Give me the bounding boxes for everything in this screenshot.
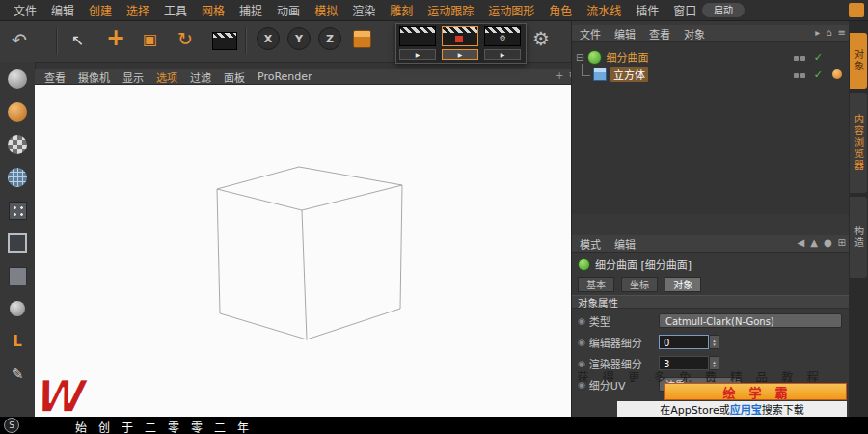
object-manager-menu-item[interactable]: 查看 [649, 26, 670, 41]
workplane-mode-icon[interactable] [4, 164, 31, 191]
menubar-item[interactable]: 选择 [126, 2, 149, 18]
interface-icon[interactable] [849, 3, 864, 17]
object-label[interactable]: 立方体 [610, 67, 648, 82]
attribute-tab[interactable]: 基本 [578, 277, 614, 292]
render-picture-viewer-icon[interactable] [442, 26, 478, 46]
viewport-menu-item[interactable]: ProRender [258, 70, 312, 83]
flyout-option-3[interactable]: ▶ [484, 49, 521, 60]
texture-mode-icon[interactable] [4, 131, 31, 158]
menubar-item[interactable]: 网格 [202, 2, 225, 18]
menubar-item[interactable]: 流水线 [586, 2, 621, 18]
menubar-item[interactable]: 雕刻 [390, 2, 413, 18]
spline-pen-icon[interactable]: ✎ [4, 361, 31, 388]
axis-lock-button[interactable]: Z [318, 27, 341, 50]
spinner[interactable]: ▴ ▾ [709, 335, 719, 349]
table-row[interactable]: ⊟ 细分曲面 ✓ [572, 48, 850, 66]
attribute-menu-item[interactable]: 模式 [580, 236, 601, 252]
render-settings-icon[interactable]: ⚙ [484, 26, 521, 46]
flyout-option-1[interactable]: ▶ [399, 49, 436, 60]
enabled-check-icon[interactable]: ✓ [814, 51, 823, 64]
up-icon[interactable]: ▲ [810, 237, 818, 248]
section-header[interactable]: 对象属性 [572, 295, 850, 309]
points-mode-icon[interactable] [4, 197, 31, 224]
make-editable-icon[interactable] [4, 66, 31, 93]
viewport-menu-item[interactable]: 显示 [122, 69, 144, 85]
viewport-menu-item[interactable]: 面板 [224, 69, 245, 85]
attribute-title-row: 细分曲面 [细分曲面] [578, 257, 692, 272]
render-view-icon[interactable] [399, 26, 436, 46]
breadcrumb-arrow-icon[interactable]: ▸ [815, 27, 820, 38]
type-dropdown[interactable]: Catmull-Clark(N-Gons) [659, 313, 842, 328]
menu-icon[interactable]: ≡ [838, 27, 846, 38]
model-mode-icon[interactable] [4, 98, 31, 125]
tree-connector [582, 64, 590, 76]
attribute-tab[interactable]: 对象 [665, 277, 701, 292]
attribute-manager-icons: ◀ ▲ ● ⊞ [797, 237, 846, 248]
object-label[interactable]: 细分曲面 [606, 49, 648, 65]
home-icon[interactable]: ⌂ [826, 27, 831, 38]
phong-tag-icon[interactable] [832, 69, 842, 79]
visibility-dots[interactable] [792, 51, 805, 64]
menubar-item[interactable]: 角色 [549, 2, 572, 18]
edges-mode-icon[interactable] [4, 230, 31, 257]
viewport-menu-item[interactable]: 摄像机 [78, 69, 110, 85]
menubar-item[interactable]: 渲染 [352, 2, 375, 18]
grid-icon[interactable]: ⊞ [838, 237, 846, 248]
viewport-menu-item[interactable]: 选项 [156, 69, 177, 85]
menubar-item[interactable]: 窗口 [673, 2, 696, 18]
radio-icon: ◉ [578, 338, 585, 347]
object-manager-menu-item[interactable]: 编辑 [614, 26, 636, 41]
layout-selector[interactable]: 启动 [702, 3, 745, 17]
spin-down-icon[interactable]: ▾ [713, 364, 716, 367]
menubar-item[interactable]: 文件 [14, 2, 37, 18]
table-row[interactable]: 立方体 ✓ [572, 66, 850, 83]
menubar-item[interactable]: 模拟 [314, 2, 338, 18]
clapperboard-icon [213, 33, 236, 38]
menubar-item[interactable]: 工具 [164, 2, 187, 18]
menubar-item[interactable]: 创建 [89, 2, 112, 18]
object-manager-menu-item[interactable]: 对象 [684, 26, 705, 41]
radio-icon: ◉ [578, 359, 585, 368]
axis-mode-icon[interactable]: L [4, 328, 31, 355]
lock-icon[interactable]: ● [824, 237, 832, 248]
spin-down-icon[interactable]: ▾ [713, 342, 716, 346]
menubar-item[interactable]: 插件 [636, 2, 659, 18]
render-settings-gear-icon[interactable]: ⚙ [532, 29, 550, 48]
attribute-tab[interactable]: 坐标 [621, 277, 658, 292]
viewport-menu-item[interactable]: 过滤 [190, 69, 211, 85]
tweak-mode-icon[interactable] [4, 295, 31, 322]
object-manager-menu-item[interactable]: 文件 [580, 26, 601, 41]
undo-icon[interactable]: ↶ [12, 31, 27, 49]
s-badge-icon[interactable]: S [4, 418, 19, 433]
axis-lock-button[interactable]: X [257, 27, 280, 50]
back-icon[interactable]: ◀ [797, 237, 804, 248]
enabled-check-icon[interactable]: ✓ [814, 68, 823, 81]
axis-lock-button[interactable]: Y [287, 27, 311, 50]
polygons-mode-icon[interactable] [4, 262, 31, 289]
menubar-item[interactable]: 运动跟踪 [427, 2, 474, 18]
menubar-item[interactable]: 运动图形 [488, 2, 534, 18]
visibility-dots[interactable] [792, 68, 805, 81]
attribute-menu-item[interactable]: 编辑 [614, 236, 636, 252]
right-tab-content-browser[interactable]: 内容浏览器 [850, 93, 867, 193]
viewport-pan-icon[interactable]: + [556, 70, 563, 81]
menubar-item[interactable]: 编辑 [51, 2, 74, 18]
ad-line1: 获得更多免费精品教程 [577, 367, 847, 382]
move-tool-icon[interactable]: + [106, 26, 125, 49]
right-tab-objects[interactable]: 对象 [850, 33, 867, 89]
ad-brand-banner[interactable]: 绘学霸 [664, 383, 847, 400]
right-tab-structure[interactable]: 构造 [850, 197, 867, 278]
object-manager-menubar: 文件 编辑 查看 对象 [572, 25, 850, 42]
flyout-option-2[interactable]: ▶ [442, 49, 478, 60]
coordinate-system-icon[interactable] [353, 30, 371, 48]
menubar-item[interactable]: 动画 [277, 2, 300, 18]
scale-tool-icon[interactable]: ▣ [143, 32, 157, 47]
rotate-tool-icon[interactable]: ↻ [177, 30, 193, 48]
menubar-item[interactable]: 捕捉 [239, 2, 262, 18]
selection-tool-icon[interactable]: ↖ [71, 33, 84, 48]
editor-subdivision-input[interactable]: 0 [659, 335, 709, 349]
expander-icon[interactable]: ⊟ [576, 52, 583, 63]
viewport-canvas[interactable] [35, 85, 571, 417]
last-tool-icon[interactable] [212, 32, 237, 50]
viewport-menu-item[interactable]: 查看 [44, 69, 66, 85]
